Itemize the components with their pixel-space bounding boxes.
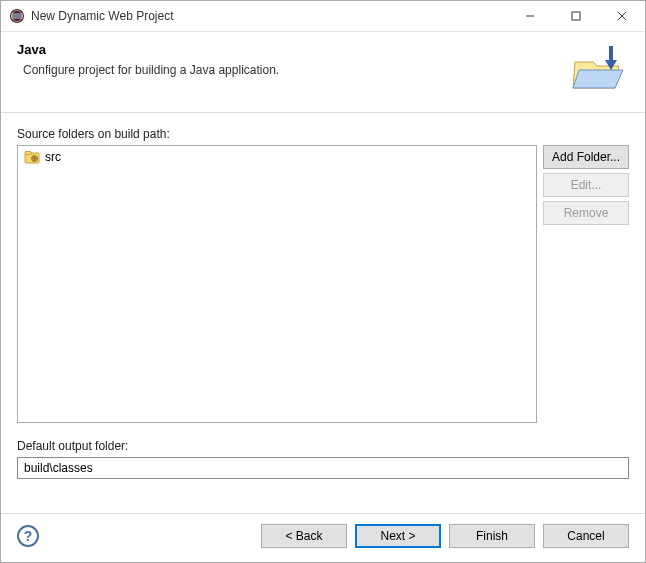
wizard-header: Java Configure project for building a Ja… [1, 32, 645, 113]
edit-button: Edit... [543, 173, 629, 197]
page-description: Configure project for building a Java ap… [23, 63, 561, 77]
wizard-footer: ? < Back Next > Finish Cancel [1, 513, 645, 562]
titlebar: New Dynamic Web Project [1, 1, 645, 32]
package-folder-icon [24, 150, 40, 164]
next-button[interactable]: Next > [355, 524, 441, 548]
help-button[interactable]: ? [17, 525, 39, 547]
remove-button: Remove [543, 201, 629, 225]
minimize-icon [525, 11, 535, 21]
output-folder-input[interactable] [17, 457, 629, 479]
output-folder-section: Default output folder: [17, 433, 629, 479]
source-folders-label: Source folders on build path: [17, 127, 629, 141]
window-title: New Dynamic Web Project [31, 9, 507, 23]
list-item-label: src [45, 150, 61, 164]
svg-rect-6 [572, 12, 580, 20]
cancel-button[interactable]: Cancel [543, 524, 629, 548]
minimize-button[interactable] [507, 1, 553, 31]
wizard-nav-buttons: < Back Next > Finish Cancel [261, 524, 629, 548]
wizard-banner-icon [569, 42, 629, 92]
close-icon [617, 11, 627, 21]
close-button[interactable] [599, 1, 645, 31]
finish-button[interactable]: Finish [449, 524, 535, 548]
dialog-window: New Dynamic Web Project Java Configure p… [0, 0, 646, 563]
list-item[interactable]: src [18, 146, 536, 168]
wizard-content: Source folders on build path: src [1, 113, 645, 483]
help-icon: ? [24, 528, 33, 544]
add-folder-button[interactable]: Add Folder... [543, 145, 629, 169]
source-folders-list[interactable]: src [17, 145, 537, 423]
eclipse-icon [9, 8, 25, 24]
back-button[interactable]: < Back [261, 524, 347, 548]
source-side-buttons: Add Folder... Edit... Remove [543, 145, 629, 423]
output-folder-label: Default output folder: [17, 439, 629, 453]
svg-marker-10 [573, 70, 623, 88]
wizard-header-text: Java Configure project for building a Ja… [17, 42, 561, 77]
maximize-icon [571, 11, 581, 21]
page-title: Java [17, 42, 561, 57]
maximize-button[interactable] [553, 1, 599, 31]
svg-rect-14 [25, 152, 31, 155]
window-controls [507, 1, 645, 31]
source-folders-row: src Add Folder... Edit... Remove [17, 145, 629, 423]
